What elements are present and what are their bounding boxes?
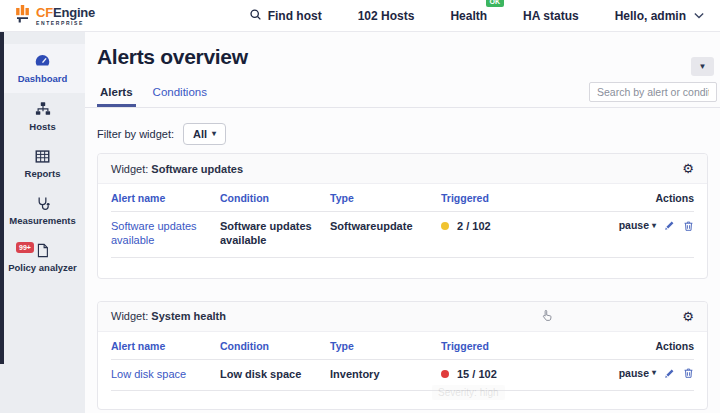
edit-icon[interactable]: [664, 368, 675, 379]
widget-header: Widget: System health ⚙: [98, 302, 707, 332]
delete-icon[interactable]: [683, 220, 694, 232]
col-type[interactable]: Type: [330, 192, 438, 204]
widget-menu-button[interactable]: ▼: [691, 57, 714, 76]
sidebar-item-label: Policy analyzer: [8, 262, 77, 273]
find-host-button[interactable]: Find host: [249, 8, 322, 24]
triggered-cell: 15 / 102: [441, 367, 599, 381]
sidebar-item-label: Reports: [25, 168, 61, 179]
type-cell: Softwareupdate: [330, 219, 438, 233]
widget-software-updates: Widget: Software updates ⚙ Alert name Co…: [97, 153, 708, 279]
sidebar-item-label: Measurements: [9, 215, 76, 226]
severity-dot: [441, 370, 449, 378]
gear-icon[interactable]: ⚙: [682, 310, 694, 323]
gear-icon[interactable]: ⚙: [682, 162, 694, 175]
widget-title: Widget: System health: [111, 310, 226, 322]
page-title: Alerts overview: [97, 45, 708, 69]
table-header-row: Alert name Condition Type Triggered Acti…: [111, 332, 694, 360]
table-header-row: Alert name Condition Type Triggered Acti…: [111, 184, 694, 212]
sidebar-item-dashboard[interactable]: Dashboard: [0, 44, 85, 93]
stethoscope-icon: [35, 196, 50, 211]
widget-title: Widget: Software updates: [111, 163, 243, 175]
edit-icon[interactable]: [664, 220, 675, 231]
filter-widget-dropdown[interactable]: All ▾: [183, 123, 226, 145]
top-bar: CFEngine ENTERPRISE Find host 102 Hosts …: [0, 0, 720, 32]
severity-dot: [441, 222, 449, 230]
health-link[interactable]: Health OK: [450, 9, 487, 23]
triggered-count: 2 / 102: [457, 219, 491, 233]
caret-down-icon: ▾: [212, 130, 216, 138]
pause-dropdown[interactable]: pause▾: [619, 219, 656, 233]
col-alert-name[interactable]: Alert name: [111, 192, 217, 204]
health-label: Health: [450, 9, 487, 23]
main-content: Alerts overview ▼ Alerts Conditions Filt…: [85, 32, 720, 413]
hand-cursor-icon: [542, 309, 553, 324]
actions-cell: pause▾: [602, 219, 694, 233]
search-input[interactable]: [589, 82, 717, 102]
table-row: Software updates available Software upda…: [111, 212, 694, 258]
alerts-table: Alert name Condition Type Triggered Acti…: [98, 332, 707, 409]
notification-badge: 99+: [16, 242, 34, 253]
col-alert-name[interactable]: Alert name: [111, 340, 217, 352]
find-host-label: Find host: [268, 9, 322, 23]
col-triggered[interactable]: Triggered: [441, 192, 599, 204]
sidebar-item-reports[interactable]: Reports: [0, 141, 85, 188]
caret-down-icon: ▾: [652, 222, 656, 230]
caret-down-icon: ▼: [699, 63, 707, 71]
triggered-cell: 2 / 102: [441, 219, 599, 233]
actions-cell: pause▾: [602, 367, 694, 381]
user-menu[interactable]: Hello, admin: [615, 9, 704, 23]
health-ok-badge: OK: [486, 0, 505, 7]
sidebar-item-label: Hosts: [29, 121, 55, 132]
table-row: Low disk space Low disk space Inventory …: [111, 360, 694, 391]
brand-edition: ENTERPRISE: [36, 21, 95, 26]
sidebar-accent-stripe: [0, 32, 4, 364]
search-icon: [249, 8, 262, 24]
alert-name-link[interactable]: Software updates available: [111, 219, 217, 248]
top-nav: Find host 102 Hosts Health OK HA status …: [249, 8, 704, 24]
ha-status-link[interactable]: HA status: [523, 9, 579, 23]
caret-down-icon: ▾: [652, 369, 656, 377]
col-type[interactable]: Type: [330, 340, 438, 352]
sidebar: Dashboard Hosts Reports Measurements 99+: [0, 32, 85, 413]
widget-header: Widget: Software updates ⚙: [98, 154, 707, 184]
sidebar-item-hosts[interactable]: Hosts: [0, 93, 85, 141]
filter-row: Filter by widget: All ▾: [97, 123, 708, 145]
type-cell: Inventory: [330, 367, 438, 381]
alert-name-link[interactable]: Low disk space: [111, 367, 217, 381]
col-actions: Actions: [602, 192, 694, 204]
hosts-count-label: 102 Hosts: [358, 9, 415, 23]
col-triggered[interactable]: Triggered: [441, 340, 599, 352]
alerts-table: Alert name Condition Type Triggered Acti…: [98, 184, 707, 278]
chevron-down-icon: [694, 12, 704, 19]
brand-name: CFEngine: [36, 6, 95, 19]
user-menu-label: Hello, admin: [615, 9, 686, 23]
col-actions: Actions: [602, 340, 694, 352]
cfengine-logo[interactable]: CFEngine ENTERPRISE: [14, 4, 95, 27]
widget-system-health: Widget: System health ⚙ Alert name Condi…: [97, 301, 708, 410]
delete-icon[interactable]: [683, 367, 694, 379]
tab-alerts[interactable]: Alerts: [97, 81, 136, 107]
pause-dropdown[interactable]: pause▾: [619, 367, 656, 381]
tab-conditions[interactable]: Conditions: [150, 81, 210, 107]
col-condition[interactable]: Condition: [220, 340, 327, 352]
gauge-icon: [34, 52, 51, 69]
hosts-count-link[interactable]: 102 Hosts: [358, 9, 415, 23]
cfengine-logo-icon: [14, 4, 31, 27]
table-icon: [35, 149, 50, 164]
condition-cell: Low disk space: [220, 367, 327, 381]
sidebar-item-policy-analyzer[interactable]: 99+ Policy analyzer: [0, 235, 85, 282]
col-condition[interactable]: Condition: [220, 192, 327, 204]
condition-cell: Software updates available: [220, 219, 327, 248]
triggered-count: 15 / 102: [457, 367, 497, 381]
sitemap-icon: [35, 101, 51, 117]
document-icon: 99+: [36, 243, 49, 258]
filter-value: All: [193, 128, 207, 140]
filter-label: Filter by widget:: [97, 128, 174, 140]
ha-status-label: HA status: [523, 9, 579, 23]
sidebar-item-measurements[interactable]: Measurements: [0, 188, 85, 235]
sidebar-item-label: Dashboard: [18, 73, 68, 84]
